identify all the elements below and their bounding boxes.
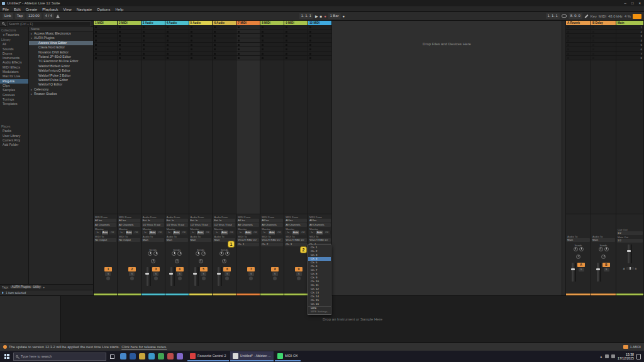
input-device-chooser[interactable]: All Ins — [261, 219, 283, 222]
arm-button[interactable] — [297, 277, 301, 280]
clip-slot[interactable] — [260, 52, 284, 56]
menu-item[interactable]: Playback — [42, 7, 58, 11]
browser-list-item[interactable]: Access Virus Editor — [29, 41, 93, 45]
scene-slot[interactable]: 5 — [616, 43, 643, 47]
input-channel-chooser[interactable]: 1/2 Virus TI out — [190, 223, 212, 227]
clip-slot[interactable] — [165, 56, 189, 60]
output-device-chooser[interactable]: VirusTI KBD xO — [237, 238, 259, 242]
channel-menu-item[interactable]: MPE Settings... — [308, 310, 331, 314]
close-button[interactable]: × — [638, 1, 641, 5]
clip-slot[interactable] — [308, 56, 331, 60]
track-header[interactable]: 2 MIDI — [118, 21, 141, 25]
sidebar-place-item[interactable]: User Library — [0, 134, 28, 138]
send-b-knob[interactable] — [225, 251, 230, 256]
clip-slot[interactable] — [94, 56, 117, 60]
network-icon[interactable] — [605, 354, 609, 358]
monitor-auto-button[interactable]: Auto — [221, 231, 228, 234]
input-channel-chooser[interactable]: 1/2 Virus TI out — [166, 223, 188, 227]
clip-slot[interactable] — [189, 34, 213, 38]
monitor-auto-button[interactable]: Auto — [197, 231, 204, 234]
clip-slot[interactable] — [118, 30, 141, 34]
output-device-chooser[interactable]: VirusTI KBD xO — [261, 238, 283, 242]
notification-center-icon[interactable] — [636, 354, 641, 359]
input-device-chooser[interactable]: All Ins — [285, 219, 307, 222]
track-activator-button[interactable]: 9 — [295, 267, 303, 272]
solo-button[interactable]: S — [296, 272, 302, 276]
send-a-knob[interactable] — [599, 247, 603, 251]
track-header[interactable]: 7 MIDI — [236, 21, 260, 25]
monitor-in-button[interactable]: In — [213, 231, 221, 234]
sidebar-place-item[interactable]: Current Proj — [0, 138, 28, 143]
output-device-chooser[interactable]: Main — [142, 238, 164, 242]
volume-fader[interactable] — [218, 267, 219, 286]
browser-list-item[interactable]: ▾ AURA Plugins — [29, 36, 93, 40]
solo-button[interactable]: S — [225, 272, 230, 276]
clip-slot[interactable] — [213, 25, 236, 30]
clip-slot[interactable] — [94, 30, 117, 34]
volume-fader[interactable] — [147, 267, 148, 286]
arm-button[interactable] — [154, 277, 158, 280]
scene-slot[interactable]: 1 — [616, 25, 643, 30]
monitor-off-button[interactable]: Off — [133, 231, 140, 234]
track-header[interactable]: 4 Audio — [165, 21, 189, 25]
pan-knob[interactable] — [222, 259, 226, 263]
track-header[interactable]: 9 MIDI — [284, 21, 308, 25]
link-button[interactable]: Link — [3, 13, 13, 18]
clip-slot[interactable] — [189, 25, 213, 30]
sidebar-place-item[interactable]: Add Folder — [0, 143, 28, 147]
menu-item[interactable]: View — [63, 7, 71, 11]
clip-slot[interactable] — [118, 34, 141, 38]
pan-knob[interactable] — [199, 259, 203, 263]
track-header[interactable]: 3 Audio — [142, 21, 165, 25]
monitor-auto-button[interactable]: Auto — [245, 231, 252, 234]
clip-slot[interactable] — [236, 30, 260, 34]
pinned-app-icon[interactable] — [139, 353, 145, 359]
monitor-auto-button[interactable]: Auto — [102, 231, 109, 234]
monitor-auto-button[interactable]: Auto — [126, 231, 133, 234]
browser-list-item[interactable]: ▸ Celemony — [29, 87, 93, 92]
arm-button[interactable] — [273, 277, 277, 280]
clip-slot[interactable] — [142, 25, 165, 30]
pan-knob[interactable] — [576, 255, 580, 259]
pan-knob[interactable] — [175, 259, 179, 263]
input-device-chooser[interactable]: All Ins — [118, 219, 140, 222]
clip-slot[interactable] — [284, 38, 308, 43]
input-device-chooser[interactable]: Ext. In — [213, 219, 235, 222]
main-track-header[interactable]: Main — [616, 21, 643, 25]
sidebar-item[interactable]: All — [0, 42, 28, 47]
sidebar-item[interactable]: Instruments — [0, 56, 28, 60]
input-device-chooser[interactable]: Ext. In — [142, 219, 164, 222]
arm-button[interactable] — [130, 277, 134, 280]
solo-button[interactable]: S — [201, 272, 206, 276]
pinned-app-icon[interactable] — [120, 353, 126, 359]
clip-slot[interactable] — [236, 52, 260, 56]
input-channel-chooser[interactable]: All Channels — [309, 223, 331, 227]
output-device-chooser[interactable]: Main — [166, 238, 188, 242]
clip-slot[interactable] — [165, 34, 189, 38]
main-volume-fader[interactable] — [628, 244, 630, 263]
monitor-auto-button[interactable]: Auto — [269, 231, 276, 234]
taskbar-search[interactable]: Type here to search — [13, 353, 106, 361]
clip-slot[interactable] — [165, 52, 189, 56]
clip-slot[interactable] — [260, 25, 284, 30]
monitor-in-button[interactable]: In — [261, 231, 269, 234]
monitor-auto-button[interactable]: Auto — [316, 231, 324, 234]
pan-knob[interactable] — [601, 255, 606, 259]
loop-length-display[interactable]: 8. 0. 0 — [569, 13, 582, 18]
clip-slot[interactable] — [213, 30, 236, 34]
sidebar-item[interactable]: Modulators — [0, 70, 28, 74]
solo-button[interactable]: S — [177, 272, 182, 276]
output-device-chooser[interactable]: VirusTI KBD xO — [309, 238, 331, 242]
sidebar-item-favorites[interactable]: ★Favorites — [0, 33, 28, 37]
volume-fader[interactable] — [572, 263, 574, 282]
clip-slot[interactable] — [189, 38, 213, 43]
track-header[interactable]: 8 MIDI — [260, 21, 284, 25]
clip-slot[interactable] — [189, 43, 213, 47]
input-device-chooser[interactable]: All Ins — [237, 219, 259, 222]
clip-slot[interactable] — [236, 25, 260, 30]
monitor-off-button[interactable]: Off — [180, 231, 188, 234]
session-empty-area[interactable]: Drop Files and Devices Here — [332, 21, 562, 295]
clip-slot[interactable] — [284, 47, 308, 52]
clip-slot[interactable] — [189, 56, 213, 60]
clip-slot[interactable] — [142, 30, 165, 34]
